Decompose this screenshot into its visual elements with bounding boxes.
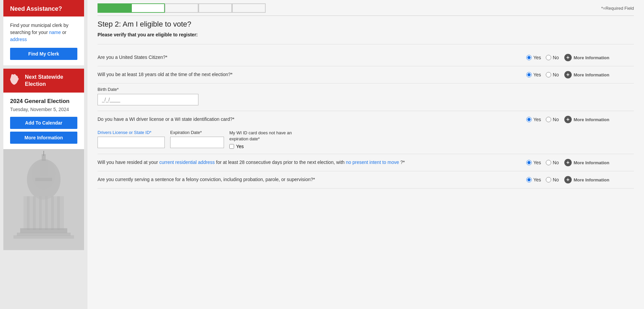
svg-rect-7 [45, 196, 48, 230]
clerk-address-link[interactable]: address [10, 37, 27, 42]
question-felony: Are you currently serving a sentence for… [98, 171, 634, 188]
age-18-more-info-button[interactable]: + More Information [564, 71, 609, 78]
dl-fields-group: Drivers License or State ID* Expiration … [98, 130, 634, 149]
dl-number-group: Drivers License or State ID* [98, 130, 165, 149]
required-note: *=Required Field [601, 6, 634, 11]
felony-no-radio[interactable] [546, 177, 551, 182]
residence-radio-group: Yes No [526, 160, 559, 165]
residence-yes-radio[interactable] [526, 160, 532, 165]
svg-rect-16 [43, 151, 44, 156]
felony-yes-radio[interactable] [526, 177, 532, 182]
svg-rect-8 [51, 196, 54, 230]
progress-step-5 [232, 3, 266, 13]
age-18-plus-icon: + [564, 71, 572, 78]
dl-number-label: Drivers License or State ID* [98, 130, 165, 135]
no-exp-label: My WI ID card does not have an expiratio… [229, 130, 297, 142]
no-exp-checkbox[interactable] [229, 144, 234, 149]
svg-rect-6 [39, 196, 42, 230]
capitol-illustration [3, 149, 84, 250]
age-18-yes-radio[interactable] [526, 72, 532, 77]
election-banner: Next Statewide Election [3, 69, 84, 93]
birth-date-input[interactable] [98, 94, 198, 105]
question-age-18: Will you be at least 18 years old at the… [98, 66, 634, 83]
add-to-calendar-button[interactable]: Add To Calendar [10, 117, 77, 129]
svg-rect-10 [20, 228, 67, 233]
no-exp-checkbox-label[interactable]: Yes [229, 144, 297, 149]
election-more-info-button[interactable]: More Information [10, 132, 77, 144]
sidebar: Need Assistance? Find your municipal cle… [0, 0, 87, 309]
election-name: 2024 General Election [10, 98, 77, 105]
residence-plus-icon: + [564, 159, 572, 166]
wi-dl-radio-group: Yes No [526, 117, 559, 122]
wi-state-icon [9, 73, 21, 88]
need-assistance-card: Need Assistance? [3, 0, 84, 16]
svg-rect-9 [57, 196, 60, 230]
election-banner-title: Next Statewide Election [25, 74, 79, 88]
us-citizen-more-info-button[interactable]: + More Information [564, 54, 609, 61]
residence-highlight-2: no present intent to move [346, 160, 399, 165]
progress-step-4 [198, 3, 232, 13]
question-us-citizen: Are you a United States Citizen?* Yes No… [98, 49, 634, 66]
dl-number-input[interactable] [98, 137, 165, 148]
svg-rect-14 [40, 159, 48, 176]
residence-no-radio[interactable] [546, 160, 551, 165]
question-wi-dl-row: Do you have a WI driver license or a WI … [98, 116, 634, 127]
question-us-citizen-text: Are you a United States Citizen?* [98, 54, 526, 61]
age-18-radio-group: Yes No [526, 72, 559, 77]
question-residence-text: Will you have resided at your current re… [98, 159, 526, 166]
svg-rect-12 [13, 235, 74, 239]
felony-radio-group: Yes No [526, 177, 559, 182]
progress-bar-area: *=Required Field [98, 0, 634, 16]
us-citizen-plus-icon: + [564, 54, 572, 61]
age-18-no-radio[interactable] [546, 72, 551, 77]
question-wi-dl-text: Do you have a WI driver license or a WI … [98, 116, 526, 123]
clerk-name-link[interactable]: name [49, 30, 61, 35]
question-wi-dl-controls: Yes No + More Information [526, 116, 634, 123]
age-18-no-label[interactable]: No [546, 72, 559, 77]
felony-more-info-button[interactable]: + More Information [564, 176, 609, 183]
wi-dl-no-label[interactable]: No [546, 117, 559, 122]
residence-yes-label[interactable]: Yes [526, 160, 541, 165]
wi-dl-yes-label[interactable]: Yes [526, 117, 541, 122]
election-date: Tuesday, November 5, 2024 [10, 107, 77, 112]
exp-date-group: Expiration Date* [170, 130, 224, 149]
felony-plus-icon: + [564, 176, 572, 183]
felony-yes-label[interactable]: Yes [526, 177, 541, 182]
step-heading: Step 2: Am I eligible to vote? [98, 20, 634, 29]
wi-dl-plus-icon: + [564, 116, 572, 123]
find-clerk-button[interactable]: Find My Clerk [10, 48, 77, 60]
election-info-card: 2024 General Election Tuesday, November … [3, 93, 84, 149]
question-age-18-controls: Yes No + More Information [526, 71, 634, 78]
question-age-18-text: Will you be at least 18 years old at the… [98, 71, 526, 78]
birth-date-label: Birth Date* [98, 87, 634, 92]
age-18-yes-label[interactable]: Yes [526, 72, 541, 77]
svg-rect-4 [27, 196, 30, 230]
progress-step-2 [131, 3, 165, 13]
progress-step-1 [98, 3, 131, 13]
us-citizen-yes-label[interactable]: Yes [526, 55, 541, 60]
exp-date-label: Expiration Date* [170, 130, 224, 135]
wi-dl-more-info-button[interactable]: + More Information [564, 116, 609, 123]
residence-highlight-1: current residential address [159, 160, 215, 165]
exp-date-input[interactable] [170, 137, 224, 148]
question-felony-controls: Yes No + More Information [526, 176, 634, 183]
no-exp-section: My WI ID card does not have an expiratio… [229, 130, 297, 149]
progress-step-3 [165, 3, 198, 13]
question-us-citizen-controls: Yes No + More Information [526, 54, 634, 61]
us-citizen-no-radio[interactable] [546, 55, 551, 60]
us-citizen-no-label[interactable]: No [546, 55, 559, 60]
wi-dl-yes-radio[interactable] [526, 117, 532, 122]
need-assistance-title: Need Assistance? [10, 5, 77, 12]
clerk-card: Find your municipal clerk by searching f… [3, 16, 84, 65]
birth-date-section: Birth Date* [98, 83, 634, 111]
us-citizen-radio-group: Yes No [526, 55, 559, 60]
us-citizen-yes-radio[interactable] [526, 55, 532, 60]
felony-no-label[interactable]: No [546, 177, 559, 182]
question-residence: Will you have resided at your current re… [98, 154, 634, 171]
residence-more-info-button[interactable]: + More Information [564, 159, 609, 166]
residence-no-label[interactable]: No [546, 160, 559, 165]
question-felony-text: Are you currently serving a sentence for… [98, 176, 526, 183]
clerk-description: Find your municipal clerk by searching f… [10, 22, 77, 43]
wi-dl-no-radio[interactable] [546, 117, 551, 122]
main-content: *=Required Field Step 2: Am I eligible t… [87, 0, 644, 309]
